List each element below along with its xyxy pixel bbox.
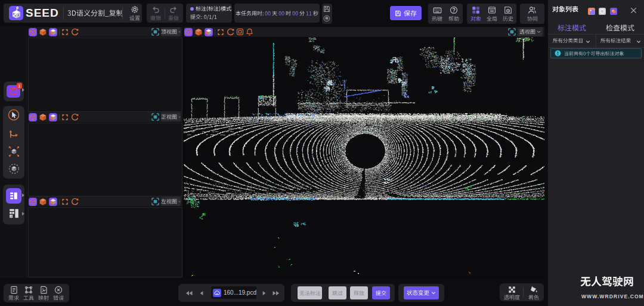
filter-category-dropdown[interactable] — [548, 34, 596, 48]
subview-1-header — [28, 112, 182, 122]
subview-1-type-dropdown[interactable] — [161, 113, 181, 121]
select-tool-button[interactable] — [8, 109, 20, 121]
annotation-type-tag-icon[interactable] — [610, 8, 617, 15]
main-view-reset-button[interactable] — [227, 28, 234, 36]
save-button[interactable] — [390, 6, 422, 20]
main-view-solid-button[interactable] — [194, 28, 203, 36]
layout-quad-button[interactable] — [6, 188, 21, 204]
mode-dot-icon — [190, 7, 194, 11]
object-tab-button[interactable] — [467, 5, 484, 22]
file-chip[interactable]: 160...19.pcd — [211, 286, 256, 299]
subview-0-wireframe-button[interactable] — [29, 28, 37, 36]
subview-1-wireframe-button[interactable] — [29, 113, 37, 121]
subview-0-type-dropdown[interactable] — [161, 27, 181, 36]
subview-1-focus-button[interactable] — [151, 113, 159, 121]
subview-0-solid-button[interactable] — [39, 28, 47, 36]
annotation-type-rect-icon[interactable] — [588, 8, 595, 15]
subview-1-solid-button[interactable] — [39, 113, 47, 121]
save-label — [404, 10, 417, 17]
main-view-wireframe-button[interactable] — [184, 28, 193, 36]
main-view-frame-button[interactable] — [236, 28, 244, 36]
subview-2-focus-button[interactable] — [151, 198, 159, 205]
annotation-type-square-icon[interactable] — [599, 8, 606, 15]
mode-text — [196, 6, 231, 11]
subview-1-viewport[interactable] — [28, 123, 182, 196]
point-cloud-canvas[interactable] — [184, 38, 544, 278]
shading-button[interactable] — [524, 285, 543, 301]
main-view-focus-button[interactable] — [508, 28, 516, 36]
status-change-label — [407, 290, 429, 296]
layout-alt-flyout-arrow-icon[interactable] — [22, 212, 24, 216]
main-view-alert-button[interactable] — [246, 28, 253, 36]
redo-button[interactable] — [166, 5, 181, 21]
subview-1-reset-button[interactable] — [71, 113, 79, 121]
polyline-tool-button[interactable] — [8, 128, 20, 139]
errors-button[interactable] — [51, 285, 66, 301]
subview-2-type-label — [161, 199, 177, 204]
hotkeys-label — [432, 16, 442, 21]
settings-button[interactable] — [126, 5, 143, 21]
subview-0-shaded-button[interactable] — [49, 28, 57, 36]
scale-tool-button[interactable] — [8, 146, 20, 157]
submit-button[interactable] — [372, 286, 390, 299]
global-tab-button[interactable] — [484, 5, 500, 22]
main-viewport[interactable] — [184, 38, 544, 278]
last-frame-button[interactable] — [272, 284, 280, 302]
panel-toggle-group — [467, 4, 516, 24]
tool-flyout-arrow-icon[interactable] — [22, 88, 24, 92]
opacity-button[interactable] — [501, 285, 522, 301]
mapping-button[interactable] — [36, 285, 51, 301]
help-button[interactable] — [446, 5, 462, 22]
history-tab-button[interactable] — [500, 5, 516, 22]
rotate-tool-button[interactable] — [8, 163, 20, 174]
first-frame-button[interactable] — [185, 284, 193, 302]
layout-flyout-arrow-icon[interactable] — [22, 193, 24, 197]
subview-0-reset-button[interactable] — [71, 28, 79, 36]
panel-close-button[interactable] — [630, 7, 637, 14]
subview-2-viewport[interactable] — [28, 207, 182, 277]
main-view-fit-button[interactable] — [217, 29, 224, 36]
undo-button[interactable] — [148, 5, 163, 21]
requirements-label — [8, 295, 19, 301]
subview-1-fit-button[interactable] — [61, 114, 69, 121]
requirements-button[interactable] — [6, 285, 21, 301]
filter-result-dropdown[interactable] — [596, 34, 644, 48]
subview-2-reset-button[interactable] — [71, 198, 79, 205]
hotkeys-button[interactable] — [429, 5, 445, 22]
top-bar: SEED — [0, 0, 644, 26]
hotkey-help-group — [428, 4, 463, 24]
history-tab-label — [503, 16, 513, 21]
subview-2-fit-button[interactable] — [61, 198, 69, 205]
subview-2-wireframe-button[interactable] — [29, 198, 37, 206]
app-logo-icon — [9, 6, 23, 20]
main-view-type-dropdown[interactable] — [518, 27, 543, 36]
tab-check-mode[interactable] — [596, 23, 644, 33]
timer-days — [265, 11, 271, 16]
tab-annotation-mode[interactable] — [548, 23, 596, 33]
timer-minutes-unit — [299, 11, 305, 16]
subview-2-shaded-button[interactable] — [49, 198, 57, 206]
subview-2-type-dropdown[interactable] — [161, 197, 181, 206]
undo-label — [150, 15, 161, 21]
subview-0-viewport[interactable] — [28, 38, 182, 112]
layout-alt-button[interactable] — [9, 208, 19, 218]
seg-tool-container: 1 — [4, 82, 24, 101]
bottom-bar: 160...19.pcd — [0, 278, 548, 306]
skip-button[interactable] — [329, 286, 346, 299]
next-frame-button[interactable] — [261, 284, 267, 302]
subview-1-shaded-button[interactable] — [49, 113, 57, 121]
subview-2-solid-button[interactable] — [39, 198, 47, 206]
redo-label — [168, 15, 179, 21]
prev-frame-button[interactable] — [199, 284, 205, 302]
errors-label — [53, 295, 64, 301]
tools-button[interactable] — [21, 285, 36, 301]
cannot-annotate-button[interactable] — [298, 286, 322, 299]
release-button[interactable] — [350, 286, 368, 299]
subview-0-fit-button[interactable] — [61, 29, 69, 36]
timer-hours-unit — [286, 11, 291, 16]
collab-group — [520, 4, 544, 24]
main-view-shaded-button[interactable] — [205, 28, 213, 36]
subview-0-focus-button[interactable] — [151, 28, 159, 36]
collab-button[interactable] — [524, 5, 540, 22]
status-change-button[interactable] — [404, 286, 439, 299]
